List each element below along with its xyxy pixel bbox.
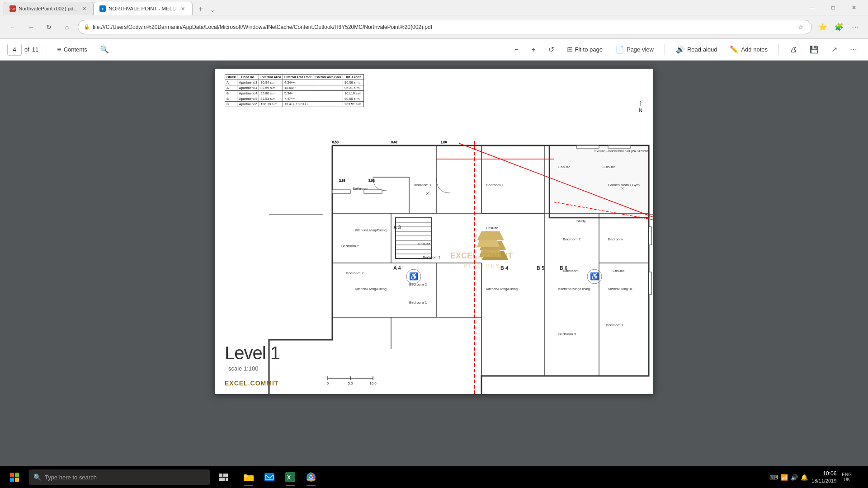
system-tray: ⌨ 📶 🔊 🔔 10:06 18/11/2019 ENG UK bbox=[764, 470, 857, 484]
svg-text:2.93: 2.93 bbox=[339, 179, 345, 182]
floor-plan-svg: ↑ N bbox=[215, 69, 653, 394]
new-tab-button[interactable]: + bbox=[194, 3, 207, 15]
page-of: of bbox=[24, 46, 29, 53]
minimize-button[interactable]: — bbox=[802, 0, 823, 15]
svg-rect-113 bbox=[264, 473, 274, 481]
svg-rect-108 bbox=[219, 478, 225, 481]
collections-button[interactable]: ⭐ bbox=[816, 20, 830, 34]
keyboard-layout-icon[interactable]: ⌨ bbox=[769, 474, 778, 481]
svg-marker-73 bbox=[477, 231, 504, 240]
svg-text:Existing - below third part (P: Existing - below third part (PA 3479/16) bbox=[594, 150, 649, 153]
svg-rect-95 bbox=[608, 145, 631, 148]
zoom-in-button[interactable]: + bbox=[528, 42, 539, 57]
save-button[interactable]: 💾 bbox=[806, 42, 822, 57]
svg-rect-96 bbox=[649, 227, 651, 245]
taskbar-search[interactable]: 🔍 Type here to search bbox=[29, 469, 210, 485]
svg-text:Kitchen/Living/Dining: Kitchen/Living/Dining bbox=[355, 287, 387, 291]
lock-icon: 🔒 bbox=[84, 24, 90, 30]
svg-text:Bedroom 2: Bedroom 2 bbox=[346, 271, 364, 275]
back-button[interactable]: ← bbox=[5, 20, 20, 34]
add-notes-label: Add notes bbox=[741, 46, 768, 53]
network-icon[interactable]: 📶 bbox=[781, 474, 788, 481]
svg-text:Kitchen/Living/Di...: Kitchen/Living/Di... bbox=[608, 287, 634, 291]
tray-clock[interactable]: 10:06 18/11/2019 bbox=[811, 470, 836, 484]
svg-text:Games room / Gym: Games room / Gym bbox=[608, 183, 640, 187]
svg-text:1.00: 1.00 bbox=[441, 141, 447, 144]
svg-text:8.58: 8.58 bbox=[332, 141, 339, 144]
url-text: file:///C:/Users/Godwin%20Darmanin/AppDa… bbox=[93, 24, 793, 30]
zoom-in-icon: + bbox=[531, 46, 535, 54]
scale-label: scale 1:100 bbox=[228, 364, 259, 372]
svg-text:N: N bbox=[639, 108, 642, 113]
svg-rect-109 bbox=[226, 478, 228, 481]
svg-text:Ensuite: Ensuite bbox=[604, 165, 616, 169]
more-pdf-button[interactable]: ⋯ bbox=[846, 42, 861, 57]
tab-edge-close[interactable]: ✕ bbox=[179, 5, 187, 12]
task-view-button[interactable] bbox=[213, 467, 233, 487]
extensions-button[interactable]: 🧩 bbox=[832, 20, 846, 34]
share-button[interactable]: ↗ bbox=[828, 42, 841, 57]
maximize-button[interactable]: □ bbox=[823, 0, 844, 15]
tab-pdf-close[interactable]: ✕ bbox=[80, 5, 88, 12]
search-icon: 🔍 bbox=[100, 45, 109, 54]
tab-overflow-button[interactable]: ⌄ bbox=[207, 5, 218, 15]
notes-icon: ✏️ bbox=[730, 45, 739, 54]
svg-text:A 4: A 4 bbox=[393, 265, 401, 271]
fit-to-page-button[interactable]: ⊞ Fit to page bbox=[563, 42, 606, 57]
svg-rect-102 bbox=[10, 473, 14, 477]
page-view-button[interactable]: 📄 Page view bbox=[612, 42, 657, 57]
svg-text:Ensuite: Ensuite bbox=[613, 269, 625, 273]
svg-text:Bedroom 1: Bedroom 1 bbox=[409, 300, 427, 305]
page-view-icon: 📄 bbox=[615, 45, 624, 54]
close-button[interactable]: ✕ bbox=[844, 0, 864, 15]
zoom-out-button[interactable]: − bbox=[511, 42, 522, 57]
page-number-input[interactable] bbox=[7, 44, 22, 56]
svg-text:Bedroom 1: Bedroom 1 bbox=[486, 183, 504, 187]
svg-text:Bedroom: Bedroom bbox=[608, 237, 623, 241]
search-icon-taskbar: 🔍 bbox=[33, 474, 41, 481]
refresh-button[interactable]: ↻ bbox=[42, 20, 56, 34]
tray-icons: ⌨ 📶 🔊 🔔 bbox=[769, 474, 808, 481]
svg-text:10.0: 10.0 bbox=[369, 381, 377, 385]
start-button[interactable] bbox=[4, 466, 25, 488]
chrome-button[interactable] bbox=[301, 467, 321, 487]
tab-edge[interactable]: e NORTHVALE POINT - MELLI ✕ bbox=[94, 2, 193, 15]
svg-text:Bedroom 3: Bedroom 3 bbox=[558, 332, 576, 336]
svg-rect-105 bbox=[15, 478, 19, 482]
mail-button[interactable] bbox=[259, 467, 279, 487]
svg-text:X: X bbox=[287, 474, 291, 481]
add-notes-button[interactable]: ✏️ Add notes bbox=[726, 42, 771, 57]
notifications-icon[interactable]: 🔔 bbox=[801, 474, 808, 481]
svg-text:A 3: A 3 bbox=[393, 225, 401, 230]
fit-to-page-label: Fit to page bbox=[575, 46, 603, 53]
read-aloud-button[interactable]: 🔊 Read aloud bbox=[672, 42, 721, 57]
svg-text:B 6: B 6 bbox=[560, 265, 567, 271]
tab-edge-label: NORTHVALE POINT - MELLI bbox=[108, 6, 177, 11]
svg-text:Bedroom 2: Bedroom 2 bbox=[409, 282, 427, 286]
read-aloud-icon: 🔊 bbox=[676, 45, 685, 54]
excel-logo: EXCEL.COMMIT bbox=[225, 379, 278, 387]
contents-button[interactable]: ≡ Contents bbox=[53, 42, 90, 57]
print-button[interactable]: 🖨 bbox=[786, 42, 801, 57]
url-bar[interactable]: 🔒 file:///C:/Users/Godwin%20Darmanin/App… bbox=[78, 20, 812, 34]
zoom-out-icon: − bbox=[514, 46, 519, 54]
search-pdf-button[interactable]: 🔍 bbox=[96, 42, 113, 57]
excel-button[interactable]: X bbox=[280, 467, 300, 487]
file-explorer-button[interactable] bbox=[239, 467, 259, 487]
svg-text:Bedroom 2: Bedroom 2 bbox=[341, 244, 359, 248]
fit-icon: ⊞ bbox=[567, 45, 573, 54]
more-tools-button[interactable]: ⋯ bbox=[848, 20, 863, 34]
more-pdf-icon: ⋯ bbox=[850, 45, 857, 54]
home-button[interactable]: ⌂ bbox=[60, 20, 74, 34]
taskbar: 🔍 Type here to search bbox=[0, 466, 868, 488]
tray-region: ENG UK bbox=[842, 472, 852, 482]
page-navigation: of 11 bbox=[7, 44, 38, 56]
show-desktop-button[interactable] bbox=[861, 467, 864, 487]
forward-button[interactable]: → bbox=[24, 20, 38, 34]
bookmark-button[interactable]: ☆ bbox=[795, 22, 806, 33]
svg-text:Ensuite: Ensuite bbox=[486, 226, 498, 230]
tab-pdf[interactable]: PDF NorthvalePoint (002).pd... ✕ bbox=[4, 2, 94, 15]
volume-icon[interactable]: 🔊 bbox=[791, 474, 798, 481]
rotate-button[interactable]: ↺ bbox=[545, 42, 558, 57]
svg-rect-112 bbox=[244, 474, 247, 476]
